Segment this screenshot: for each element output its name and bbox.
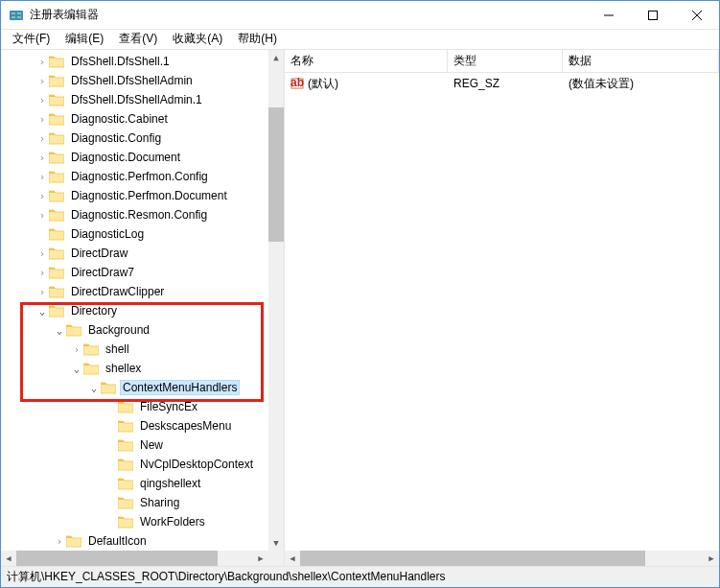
- tree-item-label: WorkFolders: [137, 514, 208, 529]
- scroll-left-icon[interactable]: ◀: [1, 551, 16, 566]
- col-data[interactable]: 数据: [563, 50, 719, 72]
- scroll-right-icon[interactable]: ▶: [253, 551, 268, 566]
- values-horizontal-scrollbar[interactable]: ◀ ▶: [285, 551, 719, 566]
- tree-item[interactable]: ›Diagnostic.Perfmon.Document: [1, 186, 268, 205]
- chevron-down-icon[interactable]: ⌄: [35, 306, 49, 317]
- value-name: (默认): [308, 76, 338, 92]
- tree-item[interactable]: WorkFolders: [1, 512, 268, 531]
- tree-item-label: Diagnostic.Perfmon.Config: [68, 169, 211, 184]
- col-name[interactable]: 名称: [285, 50, 448, 72]
- scroll-down-icon[interactable]: ▼: [268, 535, 284, 551]
- tree-item[interactable]: ›Diagnostic.Perfmon.Config: [1, 167, 268, 186]
- minimize-button[interactable]: [587, 1, 631, 30]
- tree-item-label: DfsShell.DfsShellAdmin.1: [68, 92, 205, 107]
- tree-item-label: qingshellext: [137, 476, 203, 491]
- tree-item[interactable]: ›Diagnostic.Document: [1, 148, 268, 167]
- tree-item[interactable]: ›Diagnostic.Config: [1, 129, 268, 148]
- maximize-button[interactable]: [631, 1, 675, 30]
- scroll-left-icon[interactable]: ◀: [285, 551, 300, 566]
- svg-rect-4: [17, 16, 21, 18]
- svg-rect-1: [12, 12, 15, 14]
- tree-item[interactable]: ⌄shellex: [1, 359, 268, 378]
- tree-item[interactable]: ›DfsShell.DfsShellAdmin: [1, 71, 268, 90]
- tree-item-label: New: [137, 437, 166, 453]
- folder-icon: [118, 477, 133, 490]
- chevron-right-icon[interactable]: ›: [35, 248, 49, 259]
- tree-horizontal-scrollbar[interactable]: ◀ ▶: [1, 551, 268, 566]
- tree-item-label: Diagnostic.Config: [68, 130, 164, 146]
- window-title: 注册表编辑器: [30, 7, 587, 23]
- tree-item[interactable]: ›DirectDrawClipper: [1, 282, 268, 301]
- tree-vertical-scrollbar[interactable]: ▲ ▼: [268, 50, 284, 551]
- tree-item-label: DiagnosticLog: [68, 226, 147, 242]
- folder-icon: [49, 93, 64, 106]
- value-row[interactable]: ab(默认)REG_SZ(数值未设置): [285, 75, 719, 92]
- tree-item[interactable]: ›DirectDraw7: [1, 263, 268, 282]
- tree-item[interactable]: NvCplDesktopContext: [1, 455, 268, 474]
- tree-item[interactable]: ⌄Directory: [1, 301, 268, 320]
- chevron-down-icon[interactable]: ⌄: [70, 364, 83, 374]
- folder-icon: [49, 170, 64, 183]
- menubar: 文件(F) 编辑(E) 查看(V) 收藏夹(A) 帮助(H): [1, 30, 719, 49]
- value-data-cell: (数值未设置): [563, 76, 719, 92]
- regedit-icon: [9, 8, 24, 23]
- tree-item-label: Diagnostic.Perfmon.Document: [68, 188, 230, 203]
- tree-item[interactable]: ›shell: [1, 340, 268, 359]
- chevron-right-icon[interactable]: ›: [35, 153, 49, 163]
- chevron-right-icon[interactable]: ›: [35, 114, 49, 125]
- tree-item-label: shell: [103, 341, 132, 357]
- tree-item[interactable]: DeskscapesMenu: [1, 416, 268, 435]
- menu-view[interactable]: 查看(V): [111, 30, 165, 49]
- chevron-right-icon[interactable]: ›: [35, 268, 49, 278]
- chevron-right-icon[interactable]: ›: [35, 172, 49, 182]
- tree-item[interactable]: FileSyncEx: [1, 397, 268, 416]
- tree-item-label: DirectDraw: [68, 246, 130, 261]
- values-list[interactable]: ab(默认)REG_SZ(数值未设置): [285, 73, 719, 94]
- tree-item[interactable]: ›DfsShell.DfsShell.1: [1, 52, 268, 71]
- tree-hscroll-thumb[interactable]: [16, 551, 218, 566]
- folder-icon: [49, 74, 64, 87]
- chevron-right-icon[interactable]: ›: [35, 210, 49, 221]
- tree-item-label: Diagnostic.Cabinet: [68, 111, 171, 127]
- menu-file[interactable]: 文件(F): [5, 30, 58, 49]
- tree-item-label: DfsShell.DfsShell.1: [68, 54, 173, 69]
- tree-item[interactable]: ›Diagnostic.Resmon.Config: [1, 205, 268, 224]
- chevron-right-icon[interactable]: ›: [35, 287, 49, 297]
- scroll-up-icon[interactable]: ▲: [268, 50, 284, 65]
- folder-icon: [118, 515, 133, 529]
- folder-icon: [118, 458, 133, 471]
- tree-item-label: DirectDrawClipper: [68, 284, 167, 299]
- chevron-right-icon[interactable]: ›: [35, 95, 49, 106]
- menu-edit[interactable]: 编辑(E): [58, 30, 111, 49]
- chevron-down-icon[interactable]: ⌄: [87, 383, 101, 393]
- tree-item[interactable]: ›DefaultIcon: [1, 531, 268, 551]
- col-type[interactable]: 类型: [448, 50, 563, 72]
- chevron-right-icon[interactable]: ›: [35, 133, 49, 144]
- tree-item[interactable]: DiagnosticLog: [1, 224, 268, 244]
- tree-vscroll-thumb[interactable]: [268, 107, 284, 242]
- tree-item[interactable]: ⌄Background: [1, 320, 268, 340]
- tree-item[interactable]: ›DirectDraw: [1, 244, 268, 263]
- menu-help[interactable]: 帮助(H): [230, 30, 285, 49]
- value-name-cell: ab(默认): [285, 76, 448, 92]
- folder-icon: [83, 342, 99, 356]
- chevron-right-icon[interactable]: ›: [53, 536, 66, 547]
- folder-icon: [118, 438, 133, 452]
- chevron-right-icon[interactable]: ›: [35, 191, 49, 201]
- registry-tree[interactable]: ›DfsShell.DfsShell.1›DfsShell.DfsShellAd…: [1, 50, 268, 551]
- values-pane: 名称 类型 数据 ab(默认)REG_SZ(数值未设置) ◀ ▶: [285, 50, 719, 566]
- tree-item[interactable]: ›DfsShell.DfsShellAdmin.1: [1, 90, 268, 109]
- tree-item[interactable]: ⌄ContextMenuHandlers: [1, 378, 268, 397]
- tree-item[interactable]: qingshellext: [1, 474, 268, 493]
- chevron-right-icon[interactable]: ›: [35, 76, 49, 86]
- chevron-right-icon[interactable]: ›: [35, 57, 49, 67]
- tree-item[interactable]: Sharing: [1, 493, 268, 512]
- tree-item[interactable]: ›Diagnostic.Cabinet: [1, 109, 268, 129]
- values-hscroll-thumb[interactable]: [300, 551, 645, 566]
- tree-item[interactable]: New: [1, 435, 268, 455]
- scroll-right-icon[interactable]: ▶: [704, 551, 719, 566]
- menu-favorites[interactable]: 收藏夹(A): [165, 30, 230, 49]
- chevron-down-icon[interactable]: ⌄: [53, 325, 66, 336]
- chevron-right-icon[interactable]: ›: [70, 344, 83, 355]
- close-button[interactable]: [675, 1, 719, 30]
